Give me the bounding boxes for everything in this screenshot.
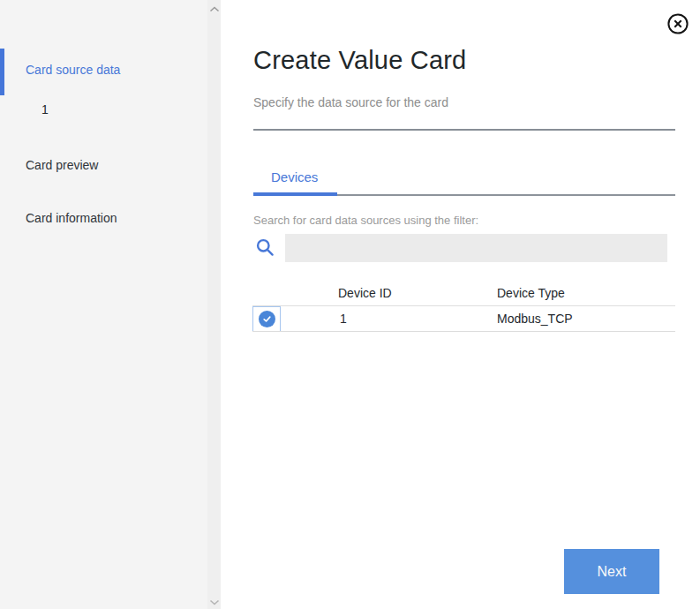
sidebar-item-card-source-data[interactable]: Card source data <box>26 63 120 77</box>
table-row-border <box>252 331 675 332</box>
header-divider <box>253 129 675 131</box>
column-header-device-type: Device Type <box>497 286 565 300</box>
chevron-up-icon[interactable] <box>207 2 221 16</box>
active-step-indicator-bar <box>0 49 4 95</box>
sidebar-scrollbar[interactable] <box>207 0 221 609</box>
search-input[interactable] <box>285 234 667 262</box>
search-filter-label: Search for card data sources using the f… <box>253 214 478 227</box>
sidebar-subitem-1[interactable]: 1 <box>41 102 49 117</box>
check-circle-icon <box>259 311 275 327</box>
tab-active-underline <box>253 192 337 196</box>
close-icon[interactable] <box>666 12 689 35</box>
row-selected-checkbox[interactable] <box>252 306 281 332</box>
chevron-down-icon[interactable] <box>207 595 221 609</box>
page-subtitle: Specify the data source for the card <box>253 95 448 109</box>
search-icon <box>255 237 275 258</box>
sidebar-item-card-preview[interactable]: Card preview <box>26 158 98 172</box>
page-title: Create Value Card <box>253 46 466 75</box>
table-header-border <box>252 305 675 306</box>
table-row-device-id[interactable]: 1 <box>340 312 347 326</box>
sidebar-item-card-information[interactable]: Card information <box>26 211 117 225</box>
next-button[interactable]: Next <box>564 549 659 594</box>
table-row-device-type[interactable]: Modbus_TCP <box>497 312 573 326</box>
wizard-step-sidebar: Card source data 1 Card preview Card inf… <box>0 0 207 609</box>
tab-devices[interactable]: Devices <box>271 169 318 184</box>
create-value-card-modal: Card source data 1 Card preview Card inf… <box>0 0 700 609</box>
column-header-device-id: Device ID <box>338 286 392 300</box>
modal-body: Create Value Card Specify the data sourc… <box>221 0 700 609</box>
